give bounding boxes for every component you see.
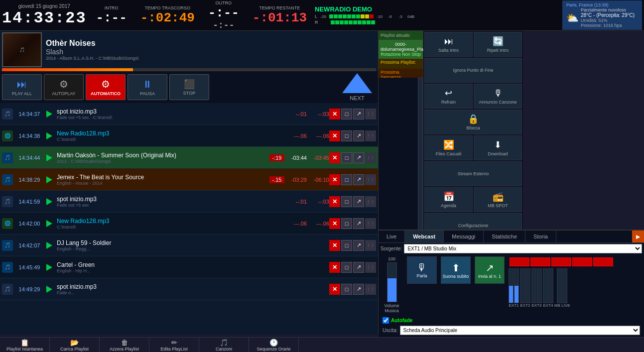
- list-item[interactable]: 🌐 14:34:38 New Radio128.mp3 C:\transit\ …: [0, 125, 378, 147]
- annuncio-button[interactable]: 🎙 Annuncio Canzone: [474, 84, 522, 109]
- fader-mblive-r[interactable]: [562, 268, 567, 303]
- row-delete-button[interactable]: ✕: [329, 218, 340, 229]
- row-drag-handle[interactable]: ⋮⋮: [365, 174, 376, 185]
- row-play-button[interactable]: [44, 130, 55, 141]
- row-square-button[interactable]: □: [341, 262, 352, 273]
- tab-storia[interactable]: Storia: [525, 231, 556, 242]
- fader-ext3-l[interactable]: [531, 268, 536, 303]
- sequenze-orarie-button[interactable]: 🕐 Sequenze Orarie: [249, 338, 299, 352]
- fader-ext4-l[interactable]: [543, 268, 548, 303]
- row-drag-handle[interactable]: ⋮⋮: [365, 262, 376, 273]
- tab-live[interactable]: Live: [379, 231, 405, 242]
- stop-button[interactable]: ⬛ STOP: [169, 74, 209, 100]
- row-square-button[interactable]: □: [341, 196, 352, 207]
- list-item[interactable]: 🎵 14:41:59 spot inizio.mp3 Fade out +5 s…: [0, 191, 378, 213]
- ripeti-intro-button[interactable]: 🔄 Ripeti Intro: [474, 32, 522, 57]
- agenda-button[interactable]: 📅 Agenda: [424, 187, 473, 212]
- volume-slider[interactable]: [387, 262, 397, 302]
- blocca-button[interactable]: 🔒 Blocca: [424, 110, 522, 134]
- fader-ext4-r[interactable]: [548, 268, 553, 303]
- row-square-button[interactable]: □: [341, 174, 352, 185]
- row-arrow-button[interactable]: ↗: [353, 109, 364, 119]
- ignora-punto-button[interactable]: Ignora Punto di Fine: [424, 58, 522, 83]
- row-square-button[interactable]: □: [341, 130, 352, 141]
- row-arrow-button[interactable]: ↗: [353, 130, 364, 141]
- play-all-button[interactable]: ⏭ PLAY ALL: [2, 74, 42, 100]
- row-play-button[interactable]: [44, 152, 55, 163]
- row-play-button[interactable]: [44, 284, 55, 295]
- row-arrow-button[interactable]: ↗: [353, 218, 364, 229]
- tab-webcast[interactable]: Webcast: [405, 231, 444, 242]
- row-delete-button[interactable]: ✕: [329, 240, 340, 251]
- mb-spot-button[interactable]: 📻 MB SPOT: [474, 187, 522, 212]
- list-item[interactable]: 🎵 14:34:44 Martin Oaksòn - Summer Soon (…: [0, 147, 378, 169]
- canzoni-button[interactable]: 🎵 Canzoni: [199, 338, 249, 352]
- row-square-button[interactable]: □: [341, 218, 352, 229]
- list-item[interactable]: 🎵 14:42:07 DJ Lang 59 - Soldier English …: [0, 235, 378, 256]
- fader-ext1-r[interactable]: [514, 268, 519, 303]
- row-square-button[interactable]: □: [341, 284, 352, 295]
- files-casuali-button[interactable]: 🔀 Files Casuali: [424, 135, 473, 160]
- fader-ext3-r[interactable]: [537, 268, 542, 303]
- row-delete-button[interactable]: ✕: [329, 109, 340, 119]
- list-item[interactable]: 🎵 14:45:49 Cartel - Green English - Hip …: [0, 256, 378, 278]
- row-drag-handle[interactable]: ⋮⋮: [365, 240, 376, 251]
- row-arrow-button[interactable]: ↗: [353, 284, 364, 295]
- row-square-button[interactable]: □: [341, 152, 352, 163]
- list-item[interactable]: 🌐 14:42:00 New Radio128.mp3 C:\transit\ …: [0, 213, 378, 235]
- salta-intro-button[interactable]: ⏭ Salta Intro: [424, 32, 473, 57]
- fader-ext2-l[interactable]: [520, 268, 525, 303]
- tab-messaggi[interactable]: Messaggi: [444, 231, 484, 242]
- list-item[interactable]: 🎵 14:49:29 spot inizio.mp3 Fade o... ✕ □…: [0, 278, 378, 300]
- red-btn-5[interactable]: [593, 257, 613, 266]
- download-button[interactable]: ⬇ Download: [474, 135, 522, 160]
- row-delete-button[interactable]: ✕: [329, 174, 340, 185]
- row-arrow-button[interactable]: ↗: [353, 152, 364, 163]
- sorgente-select[interactable]: EXT1 / MB Studio Mix: [404, 244, 642, 253]
- row-drag-handle[interactable]: ⋮⋮: [365, 109, 376, 119]
- fader-mblive-l[interactable]: [557, 268, 562, 303]
- row-drag-handle[interactable]: ⋮⋮: [365, 218, 376, 229]
- carica-playlist-button[interactable]: 📂 Carica Playlist: [50, 338, 100, 352]
- row-delete-button[interactable]: ✕: [329, 262, 340, 273]
- azzera-playlist-button[interactable]: 🗑 Azzera Playlist: [100, 338, 149, 352]
- row-delete-button[interactable]: ✕: [329, 152, 340, 163]
- row-square-button[interactable]: □: [341, 240, 352, 251]
- playlist-scroll[interactable]: 🎵 14:34:37 spot inizio.mp3 Fade out +5 s…: [0, 103, 378, 335]
- tab-statistiche[interactable]: Statistiche: [484, 231, 525, 242]
- tab-arrow-button[interactable]: ▶: [632, 231, 644, 242]
- list-item[interactable]: 🎵 14:38:29 Jemex - The Beat is Your Sour…: [0, 169, 378, 191]
- playlist-istantanea-button[interactable]: 📋 Playlist Istantanea: [0, 338, 50, 352]
- red-btn-4[interactable]: [572, 257, 592, 266]
- row-play-button[interactable]: [44, 262, 55, 273]
- autofade-checkbox[interactable]: [383, 317, 389, 324]
- row-delete-button[interactable]: ✕: [329, 284, 340, 295]
- row-arrow-button[interactable]: ↗: [353, 262, 364, 273]
- row-drag-handle[interactable]: ⋮⋮: [365, 130, 376, 141]
- parla-button[interactable]: 🎙 Parla: [407, 256, 437, 284]
- row-arrow-button[interactable]: ↗: [353, 240, 364, 251]
- uscita-select[interactable]: Scheda Audio Principale: [400, 326, 640, 335]
- stream-esterno-button[interactable]: Stream Esterno: [424, 161, 522, 186]
- row-play-button[interactable]: [44, 196, 55, 207]
- autoplay-button[interactable]: ⚙ AUTOPLAY: [44, 74, 84, 100]
- row-drag-handle[interactable]: ⋮⋮: [365, 152, 376, 163]
- row-drag-handle[interactable]: ⋮⋮: [365, 284, 376, 295]
- row-play-button[interactable]: [44, 174, 55, 185]
- edita-playlist-button[interactable]: ✏ Edita PlayList: [149, 338, 199, 352]
- red-btn-2[interactable]: [530, 257, 550, 266]
- automatico-button[interactable]: ⚙ AUTOMATICO: [86, 74, 126, 100]
- list-item[interactable]: 🎵 14:34:37 spot inizio.mp3 Fade out +5 s…: [0, 103, 378, 125]
- row-play-button[interactable]: [44, 218, 55, 229]
- red-btn-3[interactable]: [551, 257, 571, 266]
- fader-ext2-r[interactable]: [525, 268, 530, 303]
- red-btn-1[interactable]: [510, 257, 529, 266]
- row-play-button[interactable]: [44, 109, 55, 119]
- invia-button[interactable]: ↗ Invia al n. 1: [475, 256, 505, 284]
- row-delete-button[interactable]: ✕: [329, 130, 340, 141]
- row-arrow-button[interactable]: ↗: [353, 196, 364, 207]
- refrain-button[interactable]: ↩ Refrain: [424, 84, 473, 109]
- row-play-button[interactable]: [44, 240, 55, 251]
- row-square-button[interactable]: □: [341, 109, 352, 119]
- row-arrow-button[interactable]: ↗: [353, 174, 364, 185]
